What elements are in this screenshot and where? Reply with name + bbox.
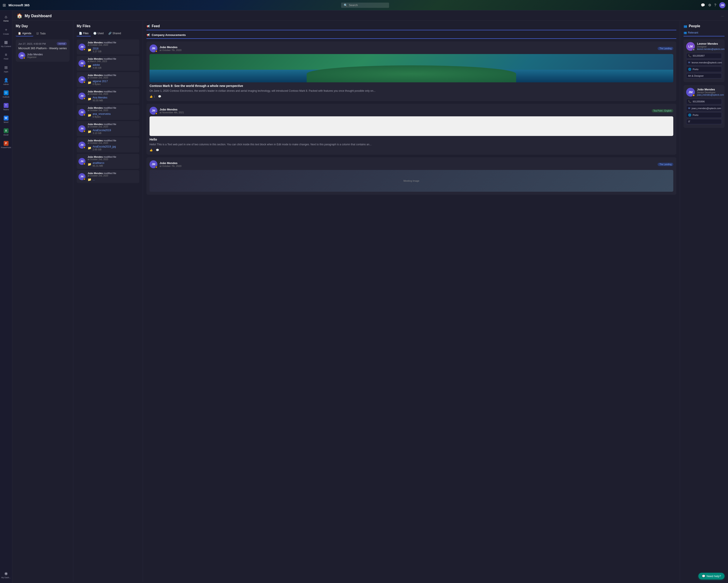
leonor-info: Leonor Mendes Designer leonor.mendes@spt… — [697, 42, 725, 50]
outlook-icon: O — [4, 90, 8, 95]
file-item-folder-6: 📁 AnaEscola2019_jpg 2.65 GB — [87, 145, 137, 151]
need-help-button[interactable]: 💬 Need help? — [698, 573, 725, 580]
search-box[interactable]: 🔍 Search — [341, 3, 389, 8]
brand-label: Microsoft 365 — [8, 3, 30, 7]
more-options-icon[interactable]: ··· — [721, 15, 724, 18]
sidebar-item-apps[interactable]: ⊞ Apps — [1, 63, 11, 75]
user-avatar[interactable]: JM — [719, 2, 725, 8]
apps-icon: ⊞ — [4, 65, 8, 70]
folder-icon-0: 📁 — [87, 48, 91, 52]
file-item-folder-3: 📁 Ana Mendes 93.55 MB — [87, 96, 137, 102]
sidebar-item-teams[interactable]: T Teams — [1, 101, 11, 113]
feed-post-0-text: On June 1, 2020 Contoso Electronics, the… — [150, 89, 673, 93]
folder-icon-5: 📁 — [87, 130, 91, 133]
file-item-status-8 — [83, 178, 85, 180]
files-tab-icon: 📄 — [79, 32, 82, 35]
feed-post-1-status — [155, 112, 157, 114]
leonor-email-btn[interactable]: ✉ leonor.mendes@spteck.com — [686, 60, 722, 65]
person-card-leonor-header: LM Leonor Mendes Designer leonor.mendes@… — [686, 42, 722, 51]
feed-post-1-header: JM João Mendes at November 4th, 2021 Tea… — [150, 107, 673, 114]
joao-dept-btn[interactable]: IT — [686, 119, 722, 124]
feed-post-0-header: JM João Mendes at October 7th, 2020 The … — [150, 45, 673, 52]
tab-files[interactable]: 📄 Files — [77, 31, 91, 36]
file-item-1[interactable]: JM João Mendes modified file at March 24… — [77, 56, 139, 71]
sidebar-item-admin[interactable]: 👤 Admin — [1, 75, 11, 87]
feed-post-2-header: JM João Mendes at October 7th, 2020 The … — [150, 160, 673, 168]
leonor-dept-btn[interactable]: Art & Designer — [686, 73, 722, 78]
comment-button-1[interactable]: 💬 — [156, 149, 159, 152]
sidebar-item-word[interactable]: W Word — [1, 113, 11, 126]
tab-used[interactable]: 🕐 Used — [91, 31, 106, 36]
sidebar-item-create[interactable]: ＋ Create — [1, 25, 11, 37]
file-item-info-2: João Mendes modified file at October 2nd… — [87, 74, 137, 85]
feed-post-0-water — [150, 70, 673, 83]
folder-name-4: ana_vncerveira — [93, 112, 110, 115]
powerpoint-icon: P — [4, 141, 8, 146]
sidebar-item-excel[interactable]: X Excel — [1, 126, 11, 138]
file-item-avatar-7: JM — [78, 158, 85, 165]
file-item-0[interactable]: JM João Mendes modified file at October … — [77, 39, 139, 54]
feed-tab-row: 📢 Company Annoucements — [147, 33, 676, 39]
feed-post-0-status — [155, 50, 157, 52]
sidebar-item-powerpoint[interactable]: P PowerPoint — [1, 138, 11, 151]
feed-post-2-tag: The Landing — [658, 163, 673, 166]
feed-post-1-text: Hello! This is a Text web part in one of… — [150, 142, 673, 147]
settings-icon[interactable]: ⚙ — [708, 3, 711, 7]
folder-size-6: 2.65 GB — [93, 148, 116, 151]
person-card-joao-header: JM João Mendes Senior Developer joao.j.m… — [686, 88, 722, 97]
leonor-avatar: LM — [686, 42, 695, 51]
joao-email-btn[interactable]: ✉ joao.j.mendes@spteck.com — [686, 105, 722, 111]
file-item-8[interactable]: JM João Mendes modified file at October … — [77, 170, 139, 183]
file-item-folder-info-0: 2018 3.27 GB — [93, 47, 101, 53]
location-icon-leonor: 🌐 — [688, 68, 692, 71]
sidebar-item-feed[interactable]: ≡ Feed — [1, 50, 11, 62]
file-item-3[interactable]: JM João Mendes modified file at October … — [77, 88, 139, 104]
help-icon[interactable]: ? — [714, 3, 716, 7]
waffle-icon[interactable]: ⊞ — [3, 3, 6, 8]
feed-header: 📢 Feed — [147, 24, 676, 30]
file-item-avatar-5: JM — [78, 125, 85, 132]
file-item-status-1 — [83, 65, 85, 67]
sidebar-item-home[interactable]: ⌂ Home — [1, 12, 11, 24]
file-item-info-1: João Mendes modified file at March 24th,… — [87, 57, 137, 69]
folder-name-0: 2018 — [93, 47, 101, 50]
sidebar-item-outlook[interactable]: O Outlook — [1, 88, 11, 100]
joao-avatar: JM — [686, 88, 695, 97]
people-header: 👥 People — [683, 24, 725, 28]
folder-size-4: 0 Bytes — [93, 115, 110, 118]
like-button-0[interactable]: 👍 1 — [150, 95, 155, 98]
folder-icon-2: 📁 — [87, 81, 91, 84]
relevant-icon: 👥 — [683, 31, 687, 34]
joao-phone-btn[interactable]: 📞 931355896 — [686, 99, 722, 104]
file-item-folder-2: 📁 algarve 2017 0 Bytes — [87, 80, 137, 85]
feed-icon: ≡ — [5, 53, 7, 57]
leonor-location-btn[interactable]: 🌐 Porto — [686, 67, 722, 72]
tab-agenda[interactable]: 📋 Agenda — [16, 31, 33, 36]
file-item-6[interactable]: JM João Mendes modified file at October … — [77, 137, 139, 153]
admin-icon: 👤 — [4, 78, 8, 83]
joao-location-btn[interactable]: 🌐 Porto — [686, 112, 722, 118]
event-badge: normal — [57, 42, 67, 45]
sidebar-item-dashboard[interactable]: ◉ My Dash... — [1, 568, 11, 581]
like-button-1[interactable]: 👍 — [150, 149, 153, 152]
feed-tab-label[interactable]: Company Annoucements — [152, 33, 186, 36]
chat-icon[interactable]: 💬 — [701, 3, 705, 7]
feed-post-1-tag: Tea Point - English — [652, 109, 673, 112]
folder-icon-6: 📁 — [87, 146, 91, 150]
file-item-status-5 — [83, 130, 85, 132]
file-item-4[interactable]: JM João Mendes modified file at October … — [77, 105, 139, 120]
file-item-date-7: at October 2nd, 2020 — [87, 158, 137, 161]
people-tab-relevant[interactable]: 👥 Relevant — [683, 31, 725, 36]
folder-size-2: 0 Bytes — [93, 83, 108, 85]
file-item-7[interactable]: JM João Mendes modified file at October … — [77, 154, 139, 169]
sidebar-item-my-content[interactable]: ▦ My Content — [1, 37, 11, 50]
file-item-5[interactable]: JM João Mendes modified file at October … — [77, 121, 139, 136]
search-placeholder: Search — [349, 3, 358, 7]
comment-button-0[interactable]: 💬 — [158, 95, 161, 98]
organizer-status-dot — [23, 57, 25, 59]
file-item-2[interactable]: JM João Mendes modified file at October … — [77, 72, 139, 87]
myfiles-title: My Files — [77, 24, 139, 28]
tab-todo[interactable]: ☑ Todo — [34, 31, 48, 36]
leonor-phone-btn[interactable]: 📞 931355897 — [686, 53, 722, 59]
tab-shared[interactable]: 🔗 Shared — [106, 31, 123, 36]
